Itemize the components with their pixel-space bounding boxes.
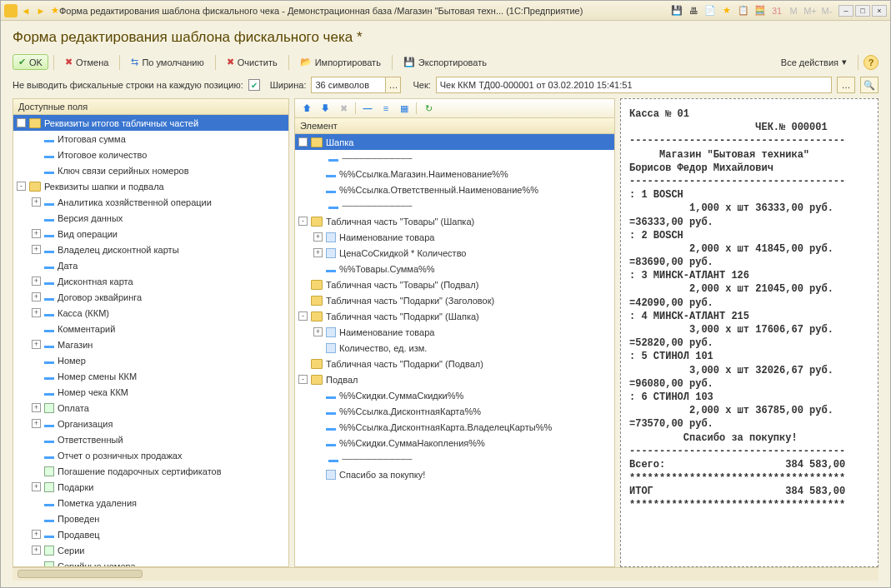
tree-item[interactable]: +Вид операции bbox=[13, 226, 288, 242]
expand-toggle[interactable]: - bbox=[298, 217, 308, 226]
back-icon[interactable]: ◄ bbox=[19, 4, 33, 17]
tree-item[interactable]: Номер bbox=[13, 352, 288, 368]
tree-item[interactable]: %%Ссылка.ДисконтнаяКарта%% bbox=[295, 403, 614, 419]
tree-item[interactable]: Проведен bbox=[13, 511, 288, 526]
tree-item[interactable]: +Магазин bbox=[13, 336, 288, 352]
tree-item[interactable]: Количество, ед. изм. bbox=[295, 340, 614, 356]
expand-toggle[interactable]: + bbox=[32, 403, 41, 412]
tree-item[interactable]: Комментарий bbox=[13, 321, 288, 336]
separator-item[interactable]: ------------------------------------ bbox=[295, 451, 614, 466]
tree-item[interactable]: -Подвал bbox=[295, 371, 614, 387]
tree-item[interactable]: Погашение подарочных сертификатов bbox=[13, 463, 288, 479]
tree-item[interactable]: Номер чека ККМ bbox=[13, 384, 288, 400]
calc-icon[interactable]: 🧮 bbox=[753, 4, 767, 17]
expand-toggle[interactable]: + bbox=[32, 419, 41, 428]
tree-item[interactable]: -Табличная часть "Товары" (Шапка) bbox=[295, 213, 614, 229]
tree-item[interactable]: Табличная часть "Подарки" (Заголовок) bbox=[295, 292, 614, 308]
calendar-icon[interactable]: 31 bbox=[770, 4, 783, 17]
tree-item[interactable]: %%Ссылка.Ответственный.Наименование%% bbox=[295, 182, 614, 197]
tree-item[interactable]: +Наименование товара bbox=[295, 229, 614, 245]
cancel-button[interactable]: ✖Отмена bbox=[59, 54, 114, 70]
tree-item[interactable]: +Продавец bbox=[13, 526, 288, 542]
elements-tree[interactable]: -Шапка----------------------------------… bbox=[295, 134, 614, 566]
mplus-icon[interactable]: M+ bbox=[803, 4, 817, 17]
delete-icon[interactable]: ✖ bbox=[337, 102, 350, 115]
suppress-checkbox[interactable]: ✔ bbox=[248, 79, 260, 91]
width-dropdown-more[interactable]: … bbox=[386, 77, 401, 93]
minimize-button[interactable]: – bbox=[838, 5, 853, 17]
expand-toggle[interactable]: - bbox=[298, 375, 308, 384]
tree-item[interactable]: %%Ссылка.Магазин.Наименование%% bbox=[295, 166, 614, 182]
expand-toggle[interactable]: + bbox=[32, 308, 41, 317]
tree-item[interactable]: -Реквизиты шапки и подвала bbox=[13, 178, 288, 194]
expand-toggle[interactable]: + bbox=[32, 197, 41, 207]
tree-item[interactable]: Отчет о розничных продажах bbox=[13, 447, 288, 463]
separator-item[interactable]: ------------------------------------ bbox=[295, 197, 614, 213]
expand-toggle[interactable]: + bbox=[32, 229, 41, 238]
tree-item[interactable]: +Дисконтная карта bbox=[13, 273, 288, 289]
tree-item[interactable]: Итоговое количество bbox=[13, 147, 288, 162]
check-lookup-button[interactable]: 🔍 bbox=[860, 77, 878, 93]
favorite-icon[interactable]: ★ bbox=[51, 5, 59, 16]
expand-toggle[interactable]: - bbox=[298, 311, 308, 321]
separator-item[interactable]: ------------------------------------ bbox=[295, 150, 614, 166]
tree-item[interactable]: Пометка удаления bbox=[13, 495, 288, 511]
expand-toggle[interactable]: + bbox=[32, 245, 41, 254]
check-browse-button[interactable]: … bbox=[837, 77, 855, 93]
available-fields-tree[interactable]: -Реквизиты итогов табличных частейИтогов… bbox=[13, 115, 288, 566]
tree-item[interactable]: Дата bbox=[13, 257, 288, 273]
all-actions-button[interactable]: Все действия▾ bbox=[775, 54, 853, 70]
tree-item[interactable]: Номер смены ККМ bbox=[13, 368, 288, 384]
horizontal-scrollbar[interactable] bbox=[13, 567, 878, 581]
tree-item[interactable]: %%Ссылка.ДисконтнаяКарта.ВладелецКарты%% bbox=[295, 419, 614, 435]
star2-icon[interactable]: ★ bbox=[720, 4, 733, 17]
tree-item[interactable]: +Владелец дисконтной карты bbox=[13, 242, 288, 257]
list-icon[interactable]: ▦ bbox=[398, 102, 411, 115]
refresh-icon[interactable]: ↻ bbox=[422, 102, 435, 115]
tree-item[interactable]: Табличная часть "Товары" (Подвал) bbox=[295, 277, 614, 292]
tree-item[interactable]: +Договор эквайринга bbox=[13, 289, 288, 305]
expand-toggle[interactable]: - bbox=[17, 182, 26, 191]
expand-toggle[interactable]: + bbox=[32, 546, 41, 555]
expand-icon[interactable]: ≡ bbox=[379, 102, 393, 115]
tree-item[interactable]: %%Скидки.СуммаНакопления%% bbox=[295, 435, 614, 451]
import-button[interactable]: 📂Импортировать bbox=[294, 54, 387, 70]
doc-icon[interactable]: 📄 bbox=[703, 4, 717, 17]
ok-button[interactable]: ✔OK bbox=[13, 54, 48, 70]
expand-toggle[interactable]: - bbox=[17, 118, 26, 127]
tree-item[interactable]: +ЦенаСоСкидкой * Количество bbox=[295, 245, 614, 261]
tree-item[interactable]: +Касса (ККМ) bbox=[13, 305, 288, 321]
export-button[interactable]: 💾Экспортировать bbox=[398, 54, 493, 70]
m-icon[interactable]: M bbox=[787, 4, 800, 17]
expand-toggle[interactable]: + bbox=[32, 292, 41, 301]
expand-toggle[interactable]: + bbox=[32, 530, 41, 539]
expand-toggle[interactable]: - bbox=[298, 137, 308, 147]
expand-toggle[interactable]: + bbox=[313, 327, 323, 336]
tree-item[interactable]: %%Товары.Сумма%% bbox=[295, 261, 614, 277]
tree-item[interactable]: -Табличная часть "Подарки" (Шапка) bbox=[295, 308, 614, 324]
tree-item[interactable]: +Наименование товара bbox=[295, 324, 614, 340]
tree-item[interactable]: %%Скидки.СуммаСкидки%% bbox=[295, 387, 614, 403]
tree-item[interactable]: Табличная часть "Подарки" (Подвал) bbox=[295, 356, 614, 371]
collapse-icon[interactable]: — bbox=[361, 102, 374, 115]
tree-item[interactable]: Ключ связи серийных номеров bbox=[13, 162, 288, 178]
print-icon[interactable]: 🖶 bbox=[687, 4, 700, 17]
default-button[interactable]: ⇆По умолчанию bbox=[125, 54, 209, 70]
help-button[interactable]: ? bbox=[863, 55, 878, 70]
tree-item[interactable]: +Подарки bbox=[13, 479, 288, 495]
save-icon[interactable]: 💾 bbox=[670, 4, 683, 17]
expand-toggle[interactable]: + bbox=[32, 277, 41, 286]
move-up-icon[interactable]: 🡅 bbox=[300, 102, 313, 115]
clear-button[interactable]: ✖Очистить bbox=[221, 54, 283, 70]
tree-item[interactable]: -Шапка bbox=[295, 134, 614, 150]
expand-toggle[interactable]: + bbox=[32, 340, 41, 349]
tree-item[interactable]: +Организация bbox=[13, 416, 288, 431]
expand-toggle[interactable]: + bbox=[32, 482, 41, 491]
forward-icon[interactable]: ► bbox=[34, 4, 48, 17]
tree-item[interactable]: Спасибо за покупку! bbox=[295, 466, 614, 482]
tree-item[interactable]: Итоговая сумма bbox=[13, 131, 288, 147]
tree-item[interactable]: +Серии bbox=[13, 542, 288, 558]
tree-item[interactable]: Серийные номера bbox=[13, 558, 288, 566]
tree-item[interactable]: Версия данных bbox=[13, 210, 288, 226]
tree-item[interactable]: -Реквизиты итогов табличных частей bbox=[13, 115, 288, 131]
